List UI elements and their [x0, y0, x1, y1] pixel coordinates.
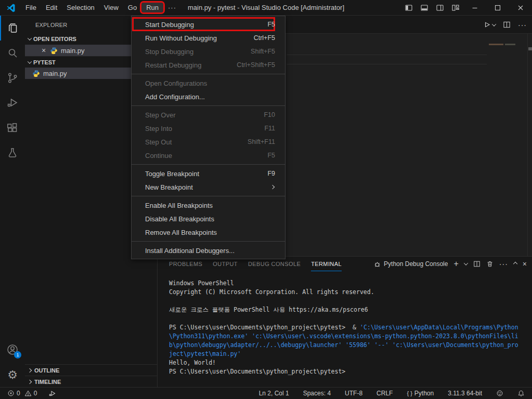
terminal-line: Windows PowerShell [169, 279, 532, 288]
terminal-instance[interactable]: Python Debug Console [373, 260, 448, 268]
search-icon[interactable] [0, 41, 25, 65]
run-icon[interactable] [483, 21, 496, 29]
vscode-logo-icon [6, 3, 16, 12]
menu-separator [132, 241, 285, 242]
menu-run[interactable]: Run [141, 3, 163, 12]
menu-item-start-debugging[interactable]: Start DebuggingF5 [132, 18, 285, 31]
menubar-overflow[interactable]: ··· [163, 3, 181, 12]
maximize-icon[interactable] [486, 0, 509, 15]
menu-item-label: Disable All Breakpoints [145, 215, 214, 223]
menu-selection[interactable]: Selection [62, 3, 99, 12]
chevron-down-icon [28, 36, 32, 40]
menu-item-enable-all-breakpoints[interactable]: Enable All Breakpoints [132, 198, 285, 212]
close-icon[interactable] [509, 0, 532, 15]
current-line-highlight [287, 55, 487, 64]
debug-status-icon[interactable] [46, 390, 58, 397]
minimize-icon[interactable] [463, 0, 486, 15]
toggle-secondary-sidebar-icon[interactable] [432, 0, 448, 15]
customize-layout-icon[interactable] [448, 0, 463, 15]
terminal-line: Hello, World! [169, 358, 532, 367]
timeline-section-header[interactable]: TIMELINE [25, 376, 157, 387]
toggle-primary-sidebar-icon[interactable] [401, 0, 417, 15]
python-interpreter[interactable]: 3.11.3 64-bit [446, 390, 484, 397]
menubar: FileEditSelectionViewGoRun [21, 3, 163, 12]
open-editor-filename: main.py [61, 47, 85, 55]
scrollbar-thumb[interactable] [528, 47, 532, 50]
menu-view[interactable]: View [99, 3, 123, 12]
notifications-bell-icon[interactable] [515, 390, 527, 397]
terminal-dropdown-chevron-icon[interactable] [464, 261, 468, 265]
menu-item-run-without-debugging[interactable]: Run Without DebuggingCtrl+F5 [132, 31, 285, 45]
menu-item-step-over[interactable]: Step OverF10 [132, 108, 285, 122]
testing-icon[interactable] [0, 140, 25, 165]
outline-section-header[interactable]: OUTLINE [25, 364, 157, 376]
feedback-icon[interactable] [494, 390, 505, 397]
warning-icon [24, 390, 32, 397]
chevron-right-icon [28, 368, 32, 372]
menu-item-shortcut: Shift+F11 [248, 138, 275, 145]
indentation[interactable]: Spaces: 4 [301, 390, 333, 397]
kill-terminal-icon[interactable] [486, 260, 494, 268]
minimap [505, 44, 515, 45]
menu-item-stop-debugging[interactable]: Stop DebuggingShift+F5 [132, 45, 285, 58]
menu-go[interactable]: Go [123, 3, 141, 12]
menu-item-restart-debugging[interactable]: Restart DebuggingCtrl+Shift+F5 [132, 58, 285, 72]
accounts-badge: 1 [14, 351, 21, 358]
accounts-icon[interactable]: 1 [0, 337, 25, 362]
python-file-icon [32, 70, 40, 77]
run-dropdown-chevron-icon[interactable] [492, 22, 496, 26]
eol-sequence[interactable]: CRLF [374, 390, 395, 397]
menu-item-label: Open Configurations [145, 79, 207, 87]
menu-item-label: Step Into [145, 125, 172, 132]
menu-item-toggle-breakpoint[interactable]: Toggle BreakpointF9 [132, 167, 285, 180]
more-actions-icon[interactable]: ··· [518, 21, 527, 29]
new-terminal-icon[interactable]: + [453, 259, 458, 269]
terminal-line: 새로운 크로스 플랫폼 PowerShell 사용 https://aka.ms… [169, 305, 532, 314]
settings-gear-icon[interactable]: ⚙ [0, 362, 25, 387]
terminal-output[interactable]: Windows PowerShellCopyright (C) Microsof… [158, 271, 532, 376]
menu-item-shortcut: F10 [264, 111, 275, 118]
activity-bar: 1 ⚙ [0, 16, 25, 387]
menu-item-label: Continue [145, 152, 172, 159]
split-terminal-icon[interactable] [473, 260, 481, 268]
menu-item-label: Run Without Debugging [145, 34, 217, 42]
split-editor-icon[interactable] [503, 21, 511, 29]
menu-item-shortcut: F11 [264, 125, 275, 132]
close-editor-icon[interactable]: × [40, 46, 48, 55]
vscode-window: FileEditSelectionViewGoRun ··· main.py -… [0, 0, 532, 399]
menu-item-add-configuration[interactable]: Add Configuration... [132, 90, 285, 103]
menu-item-label: Toggle Breakpoint [145, 170, 199, 178]
close-panel-icon[interactable]: × [523, 260, 527, 268]
menu-item-remove-all-breakpoints[interactable]: Remove All Breakpoints [132, 225, 285, 239]
problems-status[interactable]: 0 0 [5, 390, 39, 397]
run-and-debug-icon[interactable] [0, 90, 25, 115]
menu-item-install-additional-debuggers[interactable]: Install Additional Debuggers... [132, 244, 285, 257]
menu-item-continue[interactable]: ContinueF5 [132, 149, 285, 162]
menu-item-label: Start Debugging [145, 21, 194, 29]
menu-item-open-configurations[interactable]: Open Configurations [132, 76, 285, 90]
source-control-icon[interactable] [0, 65, 25, 90]
menu-item-step-into[interactable]: Step IntoF11 [132, 122, 285, 135]
menu-item-label: Step Out [145, 138, 172, 146]
explorer-icon[interactable] [0, 16, 25, 41]
encoding[interactable]: UTF-8 [343, 390, 365, 397]
panel-tab-terminal[interactable]: TERMINAL [311, 257, 342, 271]
menu-separator [132, 164, 285, 165]
menu-separator [132, 74, 285, 74]
toggle-panel-icon[interactable] [417, 0, 432, 15]
menu-item-disable-all-breakpoints[interactable]: Disable All Breakpoints [132, 212, 285, 225]
chevron-right-icon [28, 379, 32, 383]
editor-scrollbar[interactable] [527, 34, 532, 256]
more-icon[interactable]: ··· [499, 260, 508, 268]
menu-file[interactable]: File [21, 3, 41, 12]
editor-actions: ··· [483, 16, 527, 34]
maximize-panel-icon[interactable] [513, 262, 517, 266]
menu-item-shortcut: Ctrl+Shift+F5 [237, 61, 275, 69]
menu-edit[interactable]: Edit [41, 3, 62, 12]
menu-item-step-out[interactable]: Step OutShift+F11 [132, 135, 285, 149]
menu-item-new-breakpoint[interactable]: New Breakpoint [132, 180, 285, 194]
language-mode[interactable]: { } Python [405, 390, 436, 397]
cursor-position[interactable]: Ln 2, Col 1 [257, 390, 291, 397]
minimap [489, 44, 503, 45]
extensions-icon[interactable] [0, 115, 25, 140]
